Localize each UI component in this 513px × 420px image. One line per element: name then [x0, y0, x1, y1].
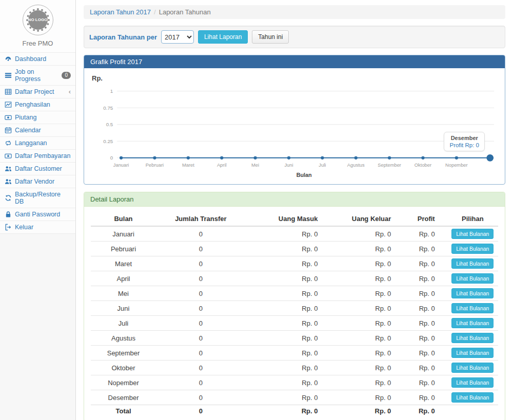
chart-area: 10.750.50.250JanuariPebruariMaretAprilMe…: [91, 83, 498, 180]
year-select[interactable]: 2017: [161, 30, 194, 44]
table-body: Januari0Rp. 0Rp. 0Rp. 0Lihat BulananPebr…: [91, 226, 498, 405]
col-profit: Profit: [404, 212, 447, 226]
sidebar-item-label: Piutang: [15, 114, 36, 121]
cell-uang-masuk: Rp. 0: [246, 256, 331, 271]
sidebar-menu-item: Piutang: [0, 111, 75, 124]
calendar-icon: [5, 127, 12, 134]
cell-pilihan: Lihat Bulanan: [447, 375, 498, 390]
lihat-bulanan-button[interactable]: Lihat Bulanan: [451, 363, 494, 373]
money-icon: [5, 152, 12, 159]
table-row: Agustus0Rp. 0Rp. 0Rp. 0Lihat Bulanan: [91, 331, 498, 346]
sidebar-item-label: Job on Progress: [15, 68, 58, 83]
sidebar-menu-item: Daftar Pembayaran: [0, 150, 75, 163]
lihat-bulanan-button[interactable]: Lihat Bulanan: [451, 273, 494, 284]
cell-pilihan: Lihat Bulanan: [447, 242, 498, 256]
sidebar-item-label: Ganti Password: [15, 211, 60, 218]
lihat-bulanan-button[interactable]: Lihat Bulanan: [451, 258, 494, 269]
sidebar-item-penghasilan[interactable]: Penghasilan: [0, 98, 75, 111]
lihat-bulanan-button[interactable]: Lihat Bulanan: [451, 392, 494, 403]
cell-uang-keluar: Rp. 0: [331, 242, 404, 256]
sidebar-item-langganan[interactable]: Langganan: [0, 137, 75, 150]
cell-bulan: Desember: [91, 390, 156, 405]
sidebar-item-piutang[interactable]: Piutang: [0, 111, 75, 124]
lihat-bulanan-button[interactable]: Lihat Bulanan: [451, 288, 494, 298]
sidebar-item-job-on-progress[interactable]: Job on Progress0: [0, 66, 75, 86]
cell-pilihan: Lihat Bulanan: [447, 256, 498, 271]
breadcrumb-current: Laporan Tahunan: [159, 8, 211, 16]
report-filter-form: Laporan Tahunan per 2017 Lihat Laporan T…: [84, 26, 505, 48]
sidebar-item-label: Calendar: [15, 127, 41, 134]
cell-jumlah-transfer: 0: [156, 331, 246, 346]
cell-uang-keluar: Rp. 0: [331, 226, 404, 242]
cell-jumlah-transfer: 0: [156, 286, 246, 301]
svg-text:Nopember: Nopember: [445, 163, 468, 168]
cell-pilihan: Lihat Bulanan: [447, 361, 498, 375]
col-bulan: Bulan: [91, 212, 156, 226]
profit-line-chart[interactable]: 10.750.50.250JanuariPebruariMaretAprilMe…: [91, 83, 498, 180]
total-label: Total: [91, 405, 156, 417]
sidebar-item-backup-restore-db[interactable]: Backup/Restore DB: [0, 188, 75, 208]
tahun-ini-button[interactable]: Tahun ini: [252, 30, 289, 44]
sidebar-menu-item: Backup/Restore DB: [0, 188, 75, 208]
lihat-bulanan-button[interactable]: Lihat Bulanan: [451, 318, 494, 328]
lihat-bulanan-button[interactable]: Lihat Bulanan: [451, 244, 494, 254]
sidebar-item-ganti-password[interactable]: Ganti Password: [0, 208, 75, 221]
total-masuk: Rp. 0: [246, 405, 331, 417]
line-chart-icon: [5, 101, 12, 108]
cell-pilihan: Lihat Bulanan: [447, 390, 498, 405]
cell-jumlah-transfer: 0: [156, 242, 246, 256]
svg-text:Maret: Maret: [182, 163, 194, 168]
table-row: Oktober0Rp. 0Rp. 0Rp. 0Lihat Bulanan: [91, 361, 498, 375]
table-row: Juni0Rp. 0Rp. 0Rp. 0Lihat Bulanan: [91, 301, 498, 316]
cell-jumlah-transfer: 0: [156, 361, 246, 375]
logo-block: NO LOGO Free PMO: [0, 0, 75, 52]
total-profit: Rp. 0: [404, 405, 447, 417]
svg-text:0.25: 0.25: [103, 138, 113, 144]
tasks-icon: [5, 72, 12, 79]
sidebar-item-calendar[interactable]: Calendar: [0, 124, 75, 137]
breadcrumb-link[interactable]: Laporan Tahun 2017: [90, 8, 151, 16]
lock-icon: [5, 211, 12, 218]
cell-jumlah-transfer: 0: [156, 346, 246, 361]
sidebar-item-daftar-pembayaran[interactable]: Daftar Pembayaran: [0, 150, 75, 163]
sidebar-menu-item: Ganti Password: [0, 208, 75, 221]
count-badge: 0: [62, 72, 71, 79]
sidebar-item-keluar[interactable]: Keluar: [0, 221, 75, 234]
svg-text:April: April: [217, 163, 227, 168]
total-jumlah: 0: [156, 405, 246, 417]
cell-pilihan: Lihat Bulanan: [447, 271, 498, 286]
lihat-bulanan-button[interactable]: Lihat Bulanan: [451, 348, 494, 358]
cell-uang-masuk: Rp. 0: [246, 271, 331, 286]
cell-bulan: Agustus: [91, 331, 156, 346]
cell-pilihan: Lihat Bulanan: [447, 226, 498, 242]
sidebar-item-dashboard[interactable]: Dashboard: [0, 53, 75, 66]
cell-uang-masuk: Rp. 0: [246, 226, 331, 242]
cell-uang-keluar: Rp. 0: [331, 390, 404, 405]
cell-profit: Rp. 0: [404, 301, 447, 316]
col-pilihan: Pilihan: [447, 212, 498, 226]
gauge-icon: [5, 55, 12, 63]
cell-pilihan: Lihat Bulanan: [447, 301, 498, 316]
cell-uang-masuk: Rp. 0: [246, 346, 331, 361]
cell-profit: Rp. 0: [404, 286, 447, 301]
sidebar-menu-item: Dashboard: [0, 53, 75, 66]
cell-profit: Rp. 0: [404, 346, 447, 361]
cell-profit: Rp. 0: [404, 390, 447, 405]
lihat-bulanan-button[interactable]: Lihat Bulanan: [451, 229, 494, 239]
lihat-bulanan-button[interactable]: Lihat Bulanan: [451, 303, 494, 313]
breadcrumb-separator: /: [154, 8, 156, 16]
cell-profit: Rp. 0: [404, 316, 447, 331]
profit-chart-panel: Grafik Profit 2017 Rp. 10.750.50.250Janu…: [84, 55, 505, 185]
cell-uang-masuk: Rp. 0: [246, 375, 331, 390]
cell-pilihan: Lihat Bulanan: [447, 346, 498, 361]
cell-profit: Rp. 0: [404, 375, 447, 390]
sidebar-item-daftar-customer[interactable]: Daftar Customer: [0, 163, 75, 175]
sidebar-menu-item: Penghasilan: [0, 98, 75, 111]
col-uang-keluar: Uang Keluar: [331, 212, 404, 226]
lihat-bulanan-button[interactable]: Lihat Bulanan: [451, 333, 494, 343]
cell-bulan: Januari: [91, 226, 156, 242]
lihat-bulanan-button[interactable]: Lihat Bulanan: [451, 377, 494, 388]
lihat-laporan-button[interactable]: Lihat Laporan: [198, 30, 248, 44]
sidebar-item-daftar-vendor[interactable]: Daftar Vendor: [0, 175, 75, 188]
sidebar-item-daftar-project[interactable]: Daftar Project‹: [0, 86, 75, 98]
